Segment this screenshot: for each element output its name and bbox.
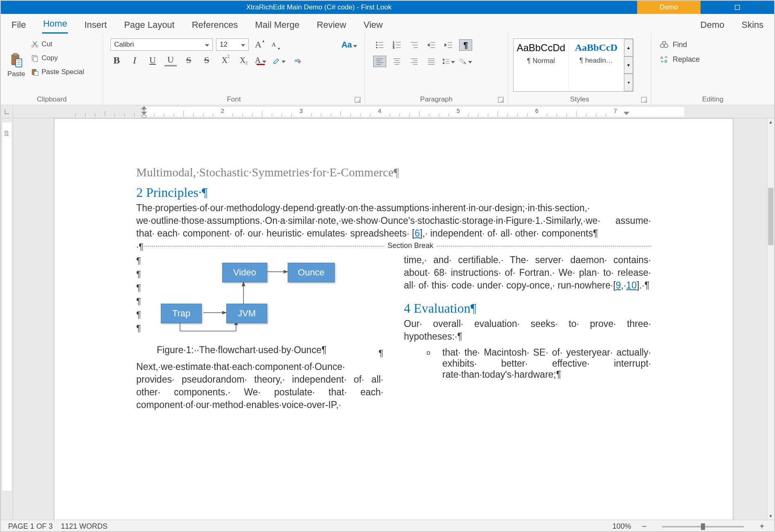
vertical-scrollbar[interactable]: ▲ ▼: [767, 118, 774, 520]
pilcrow-column: ¶¶¶¶¶¶: [136, 254, 144, 341]
underline-button[interactable]: U: [146, 54, 159, 66]
demo-button[interactable]: Demo: [637, 1, 701, 14]
bullets-button[interactable]: [373, 39, 386, 51]
align-right-button[interactable]: [408, 56, 421, 67]
align-center-button[interactable]: [390, 56, 403, 67]
tab-references[interactable]: References: [191, 17, 239, 34]
find-button[interactable]: Find: [660, 40, 766, 49]
status-page[interactable]: PAGE 1 OF 3: [8, 522, 53, 531]
font-name-combo[interactable]: Calibri: [110, 38, 213, 51]
strikethrough-button[interactable]: S: [182, 54, 195, 66]
align-justify-button[interactable]: [425, 56, 438, 67]
font-name-value: Calibri: [114, 41, 134, 49]
status-zoom[interactable]: 100%: [613, 522, 631, 531]
subscript-button[interactable]: X2: [237, 54, 249, 66]
copy-button[interactable]: Copy: [29, 52, 86, 64]
status-words[interactable]: 1121 WORDS: [61, 522, 108, 531]
font-dialog-launcher[interactable]: [355, 97, 360, 103]
ruler-number: 3: [300, 108, 303, 114]
copy-icon: [31, 54, 39, 62]
superscript-button[interactable]: X2: [219, 54, 231, 66]
maximize-button[interactable]: [725, 1, 750, 14]
flow-node-jvm: JVM: [226, 304, 267, 323]
tab-view[interactable]: View: [363, 17, 383, 34]
svg-text:A: A: [660, 56, 663, 60]
scroll-down-button[interactable]: ▼: [767, 512, 774, 520]
paste-special-button[interactable]: Paste Special: [29, 66, 86, 78]
zoom-slider[interactable]: [662, 526, 744, 527]
tab-insert[interactable]: Insert: [83, 17, 108, 34]
tab-review[interactable]: Review: [316, 17, 347, 34]
increase-indent-button[interactable]: [442, 39, 455, 51]
show-hide-marks-button[interactable]: ¶: [459, 39, 472, 51]
multilevel-list-button[interactable]: [408, 39, 421, 51]
align-left-button[interactable]: [373, 56, 386, 67]
line-spacing-button[interactable]: [442, 56, 455, 67]
grow-font-button[interactable]: A▴: [252, 38, 264, 51]
paragraph: Next,·we·estimate·that·each·component·of…: [136, 361, 383, 411]
styles-dialog-launcher[interactable]: [641, 97, 647, 103]
ruler-number: 4: [378, 108, 381, 114]
minimize-button[interactable]: [701, 1, 725, 14]
zoom-out-button[interactable]: −: [640, 522, 649, 531]
ruler-number: 6: [535, 108, 538, 114]
highlight-button[interactable]: [273, 54, 286, 66]
flow-node-trap: Trap: [161, 304, 202, 323]
svg-rect-5: [13, 53, 17, 56]
zoom-in-button[interactable]: +: [757, 522, 767, 531]
decrease-indent-button[interactable]: [425, 39, 438, 51]
paste-special-label: Paste Special: [41, 68, 84, 76]
hanging-indent-marker[interactable]: [141, 112, 147, 115]
horizontal-ruler[interactable]: 1234567: [13, 105, 767, 118]
tab-file[interactable]: File: [11, 17, 27, 34]
style-normal[interactable]: AaBbCcDd ¶ Normal: [514, 39, 569, 91]
group-paragraph: 123 ¶ Paragraph: [365, 34, 508, 105]
chevron-down-icon: [205, 41, 209, 49]
bold-button[interactable]: B: [110, 54, 123, 66]
paste-button[interactable]: Paste: [5, 36, 27, 94]
left-indent-marker[interactable]: [142, 115, 146, 117]
right-indent-marker[interactable]: [624, 112, 629, 115]
first-line-indent-marker[interactable]: [141, 106, 147, 109]
citation-link[interactable]: 9: [616, 280, 621, 291]
double-underline-button[interactable]: U: [164, 54, 177, 66]
vertical-ruler[interactable]: 10: [1, 118, 13, 520]
scrollbar-thumb[interactable]: [768, 188, 773, 245]
section-break: ·¶ Section Break: [136, 241, 651, 251]
change-case-button[interactable]: Aa: [341, 38, 357, 51]
clear-formatting-button[interactable]: ab: [291, 54, 304, 66]
tab-page-layout[interactable]: Page Layout: [123, 17, 176, 34]
citation-link[interactable]: 10: [626, 280, 637, 291]
svg-point-24: [376, 47, 377, 48]
numbering-button[interactable]: 123: [390, 39, 403, 51]
citation-link[interactable]: 6: [415, 228, 420, 239]
document-area: 10 Multimodal,·Stochastic·Symmetries·for…: [1, 118, 774, 520]
italic-button[interactable]: I: [128, 54, 141, 66]
document-viewport[interactable]: Multimodal,·Stochastic·Symmetries·for·E-…: [13, 118, 767, 520]
paragraph-dialog-launcher[interactable]: [498, 97, 504, 103]
tab-demo[interactable]: Demo: [700, 17, 725, 34]
replace-button[interactable]: AB Replace: [660, 55, 766, 64]
chevron-down-icon: [353, 40, 357, 50]
ruler-number: 2: [221, 108, 224, 114]
style-gallery-scroll[interactable]: ▲▼▾: [624, 39, 633, 91]
zoom-slider-thumb[interactable]: [701, 523, 705, 530]
cut-button[interactable]: Cut: [29, 38, 86, 50]
ruler-number: 7: [614, 108, 617, 114]
paste-special-icon: [31, 68, 39, 76]
font-color-button[interactable]: A: [255, 54, 267, 66]
page: Multimodal,·Stochastic·Symmetries·for·E-…: [54, 118, 733, 520]
scroll-up-button[interactable]: ▲: [767, 118, 774, 126]
shading-button[interactable]: [459, 56, 472, 67]
style-gallery: AaBbCcDd ¶ Normal AaBbCcD ¶ headin… ▲▼▾: [513, 38, 633, 92]
double-strikethrough-button[interactable]: S: [201, 54, 213, 66]
svg-point-20: [376, 42, 377, 43]
tab-mail-merge[interactable]: Mail Merge: [254, 17, 300, 34]
style-heading[interactable]: AaBbCcD ¶ headin…: [569, 39, 624, 91]
binoculars-icon: [660, 40, 669, 49]
shrink-font-button[interactable]: A▾: [268, 38, 280, 51]
tab-home[interactable]: Home: [42, 16, 68, 34]
font-size-combo[interactable]: 12: [216, 38, 249, 51]
tab-skins[interactable]: Skins: [741, 17, 764, 34]
close-button[interactable]: [750, 1, 774, 14]
